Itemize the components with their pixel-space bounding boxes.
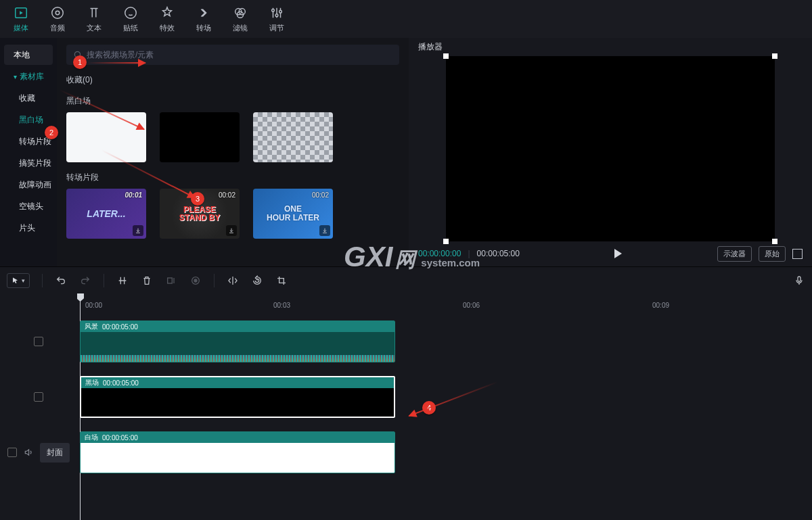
thumb-duration: 00:01: [125, 191, 142, 199]
resize-handle[interactable]: [443, 239, 449, 244]
thumb-duration: 00:02: [219, 191, 235, 199]
tab-effect[interactable]: 特效: [149, 0, 185, 38]
sidebar-item-library[interactable]: 素材库: [4, 66, 53, 87]
tab-filter-label: 滤镜: [233, 23, 248, 33]
original-button[interactable]: 原始: [759, 246, 786, 262]
asset-thumb-later[interactable]: LATER... 00:01: [66, 189, 146, 239]
text-icon: [87, 5, 102, 20]
svg-point-1: [52, 7, 64, 18]
tab-sticker[interactable]: 贴纸: [112, 0, 149, 38]
asset-thumb-black[interactable]: [160, 112, 240, 162]
crop-button[interactable]: [275, 275, 288, 287]
sidebar-item-bw[interactable]: 黑白场: [4, 110, 53, 130]
redo-button[interactable]: [79, 275, 91, 287]
tab-audio[interactable]: 音频: [39, 0, 76, 38]
svg-point-7: [272, 9, 275, 11]
tab-transition-label: 转场: [196, 23, 211, 33]
sidebar-item-fav[interactable]: 收藏: [4, 88, 53, 108]
track-header-audio[interactable]: 封面: [0, 425, 77, 480]
top-tab-bar: 媒体 音频 文本 贴纸 特效 转场 滤镜 调节: [0, 0, 812, 38]
search-input[interactable]: 搜索视频场景/元素: [66, 45, 399, 65]
download-icon[interactable]: [133, 225, 143, 236]
sidebar-item-trans[interactable]: 转场片段: [4, 131, 53, 151]
clip-video[interactable]: 风景00:00:05:00: [80, 321, 395, 362]
tab-transition[interactable]: 转场: [185, 0, 222, 38]
ruler-tick: 00:00: [85, 302, 102, 309]
timeline-ruler[interactable]: 00:00 00:03 00:06 00:09: [77, 293, 812, 314]
undo-button[interactable]: [55, 275, 67, 287]
thumb-duration: 00:02: [312, 191, 329, 199]
svg-point-2: [55, 11, 60, 15]
ruler-tick: 00:09: [652, 302, 669, 309]
sidebar-item-label: 收藏: [19, 93, 35, 104]
clip-white[interactable]: 白场00:00:05:00: [80, 431, 395, 473]
asset-browser: 搜索视频场景/元素 收藏(0) 黑白场 转场片段 LATER... 00:01 …: [57, 38, 409, 266]
transition-icon: [196, 5, 211, 20]
sidebar-item-opener[interactable]: 片头: [4, 218, 53, 238]
sidebar-item-glitch[interactable]: 故障动画: [4, 174, 53, 195]
tab-adjust-label: 调节: [269, 23, 284, 33]
clip-name: 黑场: [85, 378, 99, 387]
speaker-icon[interactable]: [24, 448, 33, 457]
svg-point-8: [275, 14, 278, 16]
resize-handle[interactable]: [772, 53, 777, 59]
clip-black[interactable]: 黑场00:00:05:00: [80, 376, 395, 418]
sidebar-item-funny[interactable]: 搞笑片段: [4, 153, 53, 173]
sidebar-item-label: 黑白场: [19, 114, 43, 126]
download-icon[interactable]: [226, 225, 237, 236]
delete-button[interactable]: [141, 275, 153, 287]
rotate-button[interactable]: [251, 275, 263, 287]
asset-thumb-white[interactable]: [66, 112, 146, 162]
tab-filter[interactable]: 滤镜: [222, 0, 258, 38]
scope-button[interactable]: 示波器: [717, 246, 752, 262]
section-fav-title: 收藏(0): [66, 74, 399, 86]
resize-handle[interactable]: [772, 239, 777, 244]
lock-icon[interactable]: [34, 337, 43, 346]
resize-handle[interactable]: [443, 53, 449, 59]
time-current: 00:00:00:00: [418, 249, 461, 258]
sidebar-item-label: 故障动画: [19, 179, 51, 191]
fullscreen-icon[interactable]: [792, 249, 803, 259]
sidebar-item-label: 搞笑片段: [19, 158, 51, 169]
sidebar-item-label: 空镜头: [19, 201, 43, 212]
play-button[interactable]: [614, 249, 622, 258]
lock-icon[interactable]: [34, 392, 43, 402]
tab-adjust[interactable]: 调节: [258, 0, 295, 38]
timeline-toolbar: ▾: [0, 266, 812, 293]
download-icon[interactable]: [319, 225, 330, 236]
audio-icon: [50, 5, 65, 20]
tab-text[interactable]: 文本: [76, 0, 112, 38]
sidebar-item-label: 转场片段: [19, 136, 51, 147]
asset-thumb-transparent[interactable]: [253, 112, 333, 162]
track-header-video[interactable]: [0, 314, 77, 369]
asset-thumb-standby[interactable]: PLEASE STAND BY 00:02: [160, 189, 240, 239]
player-canvas[interactable]: [446, 56, 775, 241]
sidebar-item-empty[interactable]: 空镜头: [4, 196, 53, 216]
asset-panel: 本地 素材库 收藏 黑白场 转场片段 搞笑片段 故障动画 空镜头 片头 搜索视频…: [0, 38, 409, 266]
lock-icon[interactable]: [7, 448, 17, 457]
record-button[interactable]: [189, 275, 202, 287]
sticker-icon: [123, 5, 138, 20]
tab-media[interactable]: 媒体: [3, 0, 39, 38]
cursor-tool[interactable]: ▾: [7, 273, 30, 288]
crop-left-button[interactable]: [165, 275, 177, 287]
sidebar-item-local[interactable]: 本地: [4, 45, 53, 65]
track-header-overlay[interactable]: [0, 369, 77, 425]
time-total: 00:00:05:00: [477, 249, 520, 258]
media-icon: [14, 5, 28, 20]
clip-duration: 00:00:05:00: [103, 379, 139, 387]
tab-effect-label: 特效: [160, 23, 175, 33]
tab-sticker-label: 贴纸: [123, 23, 138, 33]
player-panel: 播放器 00:00:00:00 | 00:00:05:00 示波器 原始: [409, 38, 812, 266]
mirror-button[interactable]: [227, 275, 239, 287]
mic-icon[interactable]: [793, 275, 805, 287]
svg-point-10: [74, 51, 80, 57]
cover-button[interactable]: 封面: [40, 443, 70, 463]
section-bw-title: 黑白场: [66, 95, 399, 107]
svg-point-13: [194, 279, 197, 282]
split-button[interactable]: [116, 275, 129, 287]
adjust-icon: [269, 5, 284, 20]
asset-thumb-hourlater[interactable]: ONE HOUR LATER 00:02: [253, 189, 333, 239]
sidebar-item-label: 本地: [14, 49, 30, 61]
svg-rect-14: [798, 277, 800, 281]
